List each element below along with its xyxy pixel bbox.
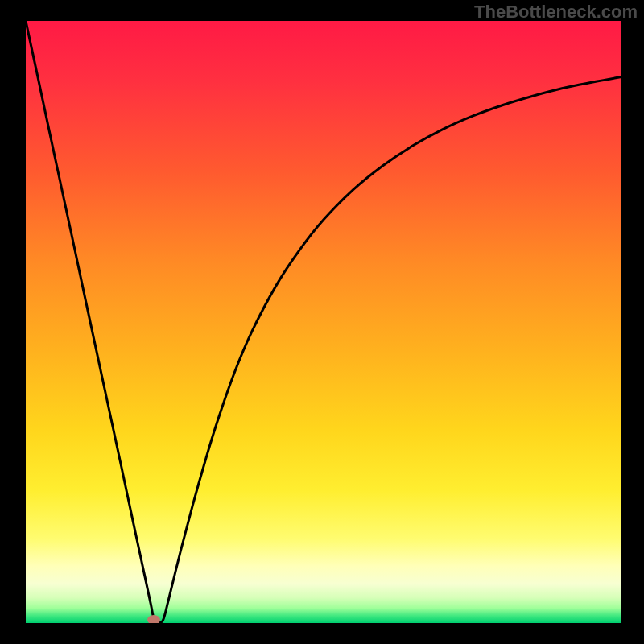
watermark-text: TheBottleneck.com	[474, 2, 638, 23]
chart-svg	[26, 21, 621, 623]
gradient-background	[26, 21, 621, 623]
chart-container: TheBottleneck.com	[0, 0, 644, 644]
plot-area	[26, 21, 621, 623]
